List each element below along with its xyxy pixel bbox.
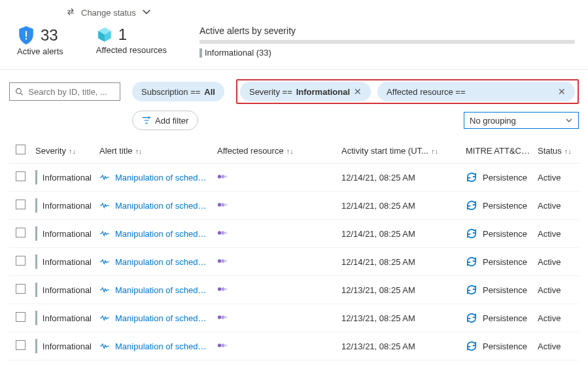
table-row[interactable]: InformationalManipulation of schedu...12… — [9, 248, 579, 276]
activity-time: 12/14/21, 08:25 AM — [337, 220, 462, 248]
persistence-icon — [466, 200, 477, 211]
row-checkbox[interactable] — [16, 312, 26, 322]
row-checkbox[interactable] — [16, 200, 26, 209]
close-icon[interactable]: ✕ — [354, 86, 362, 97]
severity-text: Informational — [43, 257, 92, 267]
severity-title: Active alerts by severity — [199, 26, 575, 36]
filter-subscription[interactable]: Subscription == All — [132, 82, 224, 101]
activity-time: 12/13/21, 08:25 AM — [337, 332, 462, 360]
svg-point-9 — [218, 231, 221, 234]
svg-point-23 — [225, 344, 228, 347]
row-checkbox[interactable] — [16, 256, 26, 266]
svg-point-20 — [225, 316, 228, 319]
filter-severity[interactable]: Severity == Informational ✕ — [240, 82, 371, 101]
change-status-button[interactable]: Change status — [81, 8, 136, 18]
severity-text: Informational — [43, 285, 92, 295]
status-text: Active — [534, 220, 579, 248]
search-field[interactable] — [27, 86, 114, 97]
severity-bar-icon — [35, 170, 37, 184]
status-text: Active — [534, 248, 579, 276]
activity-icon — [99, 173, 110, 181]
col-time[interactable]: Activity start time (UT...↑↓ — [337, 139, 462, 164]
svg-point-19 — [221, 315, 224, 319]
svg-point-17 — [225, 288, 228, 290]
svg-point-6 — [218, 203, 221, 206]
svg-point-13 — [221, 259, 224, 262]
alert-title-link[interactable]: Manipulation of schedu... — [115, 285, 209, 295]
col-resource[interactable]: Affected resource↑↓ — [213, 139, 337, 164]
mitre-tactic: Persistence — [483, 341, 527, 351]
status-text: Active — [534, 332, 579, 360]
svg-point-15 — [218, 287, 221, 290]
severity-summary: Active alerts by severity Informational … — [199, 26, 575, 58]
svg-point-14 — [225, 260, 228, 262]
affected-resources-label: Affected resources — [96, 45, 167, 55]
col-severity[interactable]: Severity↑↓ — [31, 139, 95, 164]
row-checkbox[interactable] — [16, 340, 26, 350]
svg-point-7 — [221, 203, 224, 206]
col-status[interactable]: Status↑↓ — [534, 139, 579, 164]
table-row[interactable]: InformationalManipulation of schedu...12… — [9, 220, 579, 248]
table-row[interactable]: InformationalManipulation of schedu...12… — [9, 276, 579, 304]
activity-icon — [99, 258, 110, 266]
filter-affected-resource[interactable]: Affected resource == ✕ — [377, 82, 575, 101]
status-text: Active — [534, 276, 579, 304]
row-checkbox[interactable] — [16, 228, 26, 237]
table-row[interactable]: InformationalManipulation of schedu...12… — [9, 192, 579, 220]
severity-bar — [199, 40, 575, 44]
resource-icon — [217, 341, 228, 349]
row-checkbox[interactable] — [16, 171, 26, 181]
grouping-select[interactable]: No grouping — [464, 112, 579, 129]
alert-title-link[interactable]: Manipulation of schedu... — [115, 341, 209, 351]
mitre-tactic: Persistence — [483, 285, 527, 295]
mitre-tactic: Persistence — [483, 313, 527, 323]
active-alerts-label: Active alerts — [17, 46, 63, 56]
resource-icon — [217, 257, 228, 265]
severity-bar-icon — [35, 254, 37, 269]
table-row[interactable]: InformationalManipulation of schedu...12… — [9, 164, 579, 192]
persistence-icon — [466, 285, 477, 295]
status-text: Active — [534, 192, 579, 220]
status-text: Active — [534, 304, 579, 332]
row-checkbox[interactable] — [16, 284, 26, 294]
toolbar: Change status — [0, 0, 588, 23]
severity-text: Informational — [43, 313, 92, 323]
resource-icon — [217, 313, 228, 321]
activity-time: 12/13/21, 08:25 AM — [337, 304, 462, 332]
affected-resources-count: 1 — [118, 26, 127, 44]
persistence-icon — [466, 172, 477, 183]
active-alerts-count: 33 — [41, 26, 58, 44]
severity-chip-icon — [199, 48, 202, 58]
filter-toolbar: Subscription == All Severity == Informat… — [0, 70, 588, 360]
severity-text: Informational — [43, 229, 92, 239]
severity-bar-icon — [35, 339, 37, 353]
search-input[interactable] — [9, 82, 120, 101]
activity-time: 12/14/21, 08:25 AM — [337, 192, 462, 220]
severity-bar-icon — [35, 198, 37, 213]
table-row[interactable]: InformationalManipulation of schedu...12… — [9, 304, 579, 332]
alert-title-link[interactable]: Manipulation of schedu... — [115, 173, 209, 183]
add-filter-button[interactable]: Add filter — [132, 111, 198, 130]
svg-point-3 — [218, 175, 221, 178]
metric-affected-resources: 1 Affected resources — [96, 26, 167, 55]
alert-title-link[interactable]: Manipulation of schedu... — [115, 257, 209, 267]
svg-point-12 — [218, 259, 221, 262]
severity-text: Informational — [43, 173, 92, 183]
col-title[interactable]: Alert title↑↓ — [95, 139, 213, 164]
col-mitre[interactable]: MITRE ATT&CK... — [462, 139, 534, 164]
resource-icon — [217, 285, 228, 293]
svg-rect-1 — [26, 38, 27, 39]
svg-point-4 — [221, 175, 224, 178]
svg-point-10 — [221, 231, 224, 234]
activity-time: 12/14/21, 08:25 AM — [337, 164, 462, 192]
alert-title-link[interactable]: Manipulation of schedu... — [115, 229, 209, 239]
table-row[interactable]: InformationalManipulation of schedu...12… — [9, 332, 579, 360]
close-icon[interactable]: ✕ — [558, 86, 566, 97]
activity-icon — [99, 286, 110, 294]
filter-plus-icon — [142, 116, 151, 125]
chevron-down-icon — [141, 7, 152, 19]
alert-title-link[interactable]: Manipulation of schedu... — [115, 313, 209, 323]
alert-title-link[interactable]: Manipulation of schedu... — [115, 201, 209, 211]
mitre-tactic: Persistence — [483, 201, 527, 211]
select-all-checkbox[interactable] — [16, 145, 26, 154]
